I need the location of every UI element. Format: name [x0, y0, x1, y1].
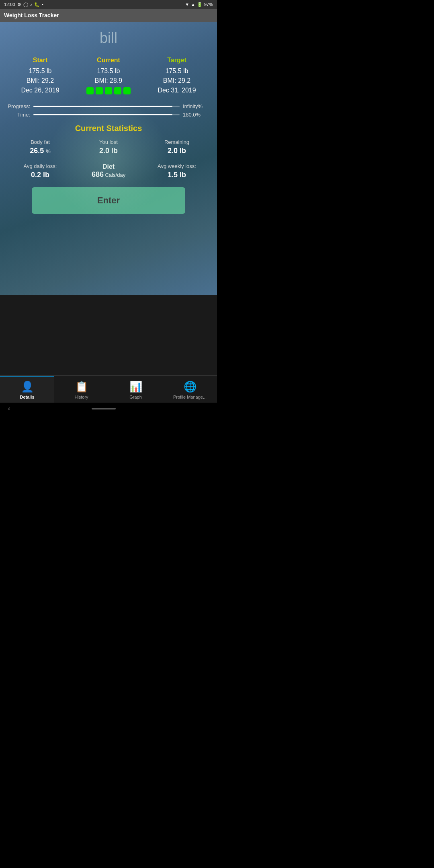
nav-item-history[interactable]: 📋 History [54, 376, 108, 403]
progress-label: Progress: [6, 103, 30, 109]
start-date: Dec 26, 2019 [6, 86, 74, 95]
status-left: 12:00 ⚙ ◯ ♪ 🐛 • [4, 2, 43, 7]
diet-value: 686 Cals/day [74, 170, 143, 179]
remaining-label: Remaining [143, 139, 211, 145]
avg-daily-col: Avg daily loss: 0.2 lb [6, 163, 74, 179]
nav-item-details[interactable]: 👤 Details [0, 376, 54, 403]
title-bar: Weight Loss Tracker [0, 9, 217, 22]
start-bmi: BMI: 29.2 [6, 76, 74, 86]
details-label: Details [20, 395, 34, 399]
remaining-col: Remaining 2.0 lb [143, 139, 211, 155]
system-bar: ‹ [0, 403, 217, 415]
diet-col: Diet 686 Cals/day [74, 163, 143, 179]
progress-pct: Infinity% [183, 103, 211, 109]
target-weight: 175.5 lb [143, 66, 211, 76]
progress-bar-fill [33, 106, 172, 107]
target-column: Target 175.5 lb BMI: 29.2 Dec 31, 2019 [143, 57, 211, 95]
time-label: Time: [6, 112, 30, 118]
status-bar: 12:00 ⚙ ◯ ♪ 🐛 • ▼ ▲ 🔋 97% [0, 0, 217, 9]
details-icon: 👤 [21, 381, 34, 393]
start-weight: 175.5 lb [6, 66, 74, 76]
current-stats-title: Current Statistics [6, 124, 211, 133]
nav-item-profile[interactable]: 🌐 Profile Manage... [163, 376, 217, 403]
target-label: Target [143, 57, 211, 64]
settings-icon: ⚙ [17, 2, 21, 7]
time-row: Time: 180.0% [6, 112, 211, 118]
body-fat-col: Body fat 26.5 % [6, 139, 74, 155]
current-weight: 173.5 lb [74, 66, 143, 76]
start-label: Start [6, 57, 74, 64]
bottom-nav: 👤 Details 📋 History 📊 Graph 🌐 Profile Ma… [0, 375, 217, 403]
avg-weekly-value: 1.5 lb [143, 171, 211, 179]
home-indicator[interactable] [92, 408, 116, 409]
progress-row: Progress: Infinity% [6, 103, 211, 109]
dot-icon: • [42, 2, 43, 7]
dot-5 [123, 87, 131, 94]
nav-item-graph[interactable]: 📊 Graph [108, 376, 163, 403]
avg-daily-value: 0.2 lb [6, 171, 74, 179]
top-stats-row: Start 175.5 lb BMI: 29.2 Dec 26, 2019 Cu… [6, 57, 211, 95]
you-lost-value: 2.0 lb [74, 147, 143, 155]
dot-1 [86, 87, 94, 94]
tiktok-icon: ♪ [30, 2, 33, 7]
dot-2 [96, 87, 103, 94]
ring-icon: ◯ [23, 2, 28, 7]
time-pct: 180.0% [183, 112, 211, 118]
history-icon: 📋 [75, 381, 88, 393]
battery-pct: 97% [204, 2, 213, 7]
stats-grid-row-2: Avg daily loss: 0.2 lb Diet 686 Cals/day… [6, 163, 211, 179]
current-bmi: BMI: 28.9 [74, 76, 143, 86]
signal-icon: ▲ [191, 2, 195, 7]
bug-icon: 🐛 [34, 2, 40, 7]
target-bmi: BMI: 29.2 [143, 76, 211, 86]
progress-bar-container [33, 106, 180, 107]
current-label: Current [74, 57, 143, 64]
start-column: Start 175.5 lb BMI: 29.2 Dec 26, 2019 [6, 57, 74, 95]
dot-4 [114, 87, 121, 94]
enter-button[interactable]: Enter [32, 187, 186, 214]
current-column: Current 173.5 lb BMI: 28.9 [74, 57, 143, 95]
avg-weekly-col: Avg weekly loss: 1.5 lb [143, 163, 211, 179]
battery-icon: 🔋 [197, 2, 203, 7]
remaining-value: 2.0 lb [143, 147, 211, 155]
wifi-icon: ▼ [185, 2, 189, 7]
profile-icon: 🌐 [184, 381, 197, 393]
green-dots [74, 87, 143, 94]
dot-3 [105, 87, 112, 94]
avg-daily-label: Avg daily loss: [6, 163, 74, 169]
status-right: ▼ ▲ 🔋 97% [185, 2, 213, 7]
dark-section [0, 295, 217, 375]
app-title: Weight Loss Tracker [4, 12, 59, 18]
body-fat-label: Body fat [6, 139, 74, 145]
profile-label: Profile Manage... [173, 395, 207, 399]
time: 12:00 [4, 2, 15, 7]
stats-grid-row-1: Body fat 26.5 % You lost 2.0 lb Remainin… [6, 139, 211, 155]
progress-section: Progress: Infinity% Time: 180.0% [6, 103, 211, 118]
you-lost-label: You lost [74, 139, 143, 145]
body-fat-value: 26.5 % [6, 147, 74, 155]
avg-weekly-label: Avg weekly loss: [143, 163, 211, 169]
back-button[interactable]: ‹ [8, 405, 10, 412]
graph-label: Graph [129, 395, 142, 399]
time-bar-fill [33, 114, 172, 115]
history-label: History [74, 395, 88, 399]
you-lost-col: You lost 2.0 lb [74, 139, 143, 155]
time-bar-container [33, 114, 180, 115]
target-date: Dec 31, 2019 [143, 86, 211, 95]
main-content: bill Start 175.5 lb BMI: 29.2 Dec 26, 20… [0, 22, 217, 295]
diet-label: Diet [74, 163, 143, 170]
graph-icon: 📊 [129, 381, 142, 393]
user-name: bill [6, 30, 211, 47]
